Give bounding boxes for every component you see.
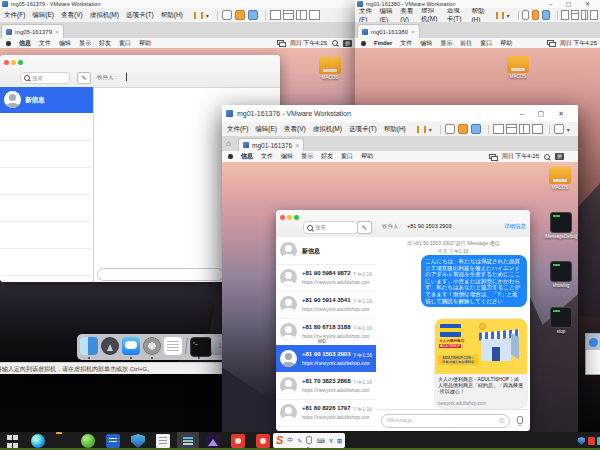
show-thumbnail-bar-button[interactable] <box>571 10 579 20</box>
conversation-row[interactable]: +81 90 5914 3541 下午1:16 https://newyork.… <box>276 291 376 319</box>
mac-menu-view[interactable]: 显示 <box>79 39 91 48</box>
window-titlebar[interactable]: mg05-161379 - VMware Workstation <box>0 0 356 8</box>
vmware-taskbar-icon[interactable] <box>181 434 195 448</box>
desktop-icon-showlog[interactable]: showlog <box>542 261 578 288</box>
search-input[interactable]: 搜索 <box>20 72 70 84</box>
mac-menu-file[interactable]: 文件 <box>400 39 412 48</box>
send-cad-button[interactable] <box>445 124 455 134</box>
pause-vm-button[interactable] <box>194 12 203 19</box>
photos-taskbar-icon[interactable] <box>206 434 220 448</box>
menu-edit[interactable]: 编辑(E) <box>32 11 54 20</box>
mirroring-icon[interactable] <box>277 40 285 46</box>
message-input[interactable] <box>97 268 224 281</box>
power-dropdown-caret[interactable]: ▾ <box>206 12 209 19</box>
mac-menu-buddies[interactable]: 好友 <box>321 152 333 161</box>
tab-close-icon[interactable]: × <box>55 29 59 35</box>
ime-pen-icon[interactable]: ✎ <box>297 437 302 444</box>
minimize-traffic-light[interactable] <box>11 60 16 65</box>
spotlight-icon[interactable] <box>544 154 550 160</box>
snapshot-button[interactable] <box>235 10 245 20</box>
menubar-clock[interactable]: 周日 下午4:25 <box>560 39 597 48</box>
mirroring-icon[interactable] <box>547 40 555 46</box>
window-controls[interactable]: – ▢ ✕ <box>520 105 570 122</box>
show-library-button[interactable] <box>561 10 569 20</box>
manage-snapshots-button[interactable] <box>542 10 549 20</box>
notepad-taskbar-icon[interactable] <box>156 434 170 448</box>
menu-view[interactable]: 查看(V) <box>400 8 414 23</box>
system-preferences-dock-icon[interactable] <box>143 337 161 355</box>
compose-button[interactable]: ✎ <box>77 72 91 84</box>
menu-edit[interactable]: 编辑(E) <box>255 125 277 134</box>
view-dropdown-caret[interactable]: ▾ <box>567 126 570 133</box>
console-view-button[interactable] <box>519 124 530 134</box>
mac-menu-file[interactable]: 文件 <box>261 152 273 161</box>
tray-red-icon[interactable] <box>588 437 595 445</box>
fullscreen-button[interactable] <box>309 10 320 20</box>
power-dropdown-caret[interactable]: ▾ <box>429 126 432 133</box>
terminal-dock-icon[interactable]: ›_ <box>190 337 212 357</box>
spotlight-icon[interactable] <box>332 40 338 46</box>
menu-vm[interactable]: 虚拟机(M) <box>90 11 119 20</box>
menu-tabs[interactable]: 选项卡(T) <box>126 11 154 20</box>
menu-vm[interactable]: 虚拟机(M) <box>421 8 440 23</box>
menu-help[interactable]: 帮助(H) <box>384 125 406 134</box>
search-input[interactable]: 搜索 <box>303 221 358 234</box>
compose-button[interactable]: ✎ <box>357 221 372 234</box>
sogou-ime-bar[interactable]: S 中 ✎ ⌨ Y ⊞ <box>273 433 345 448</box>
ime-toolbox-y[interactable]: Y <box>329 438 333 444</box>
apple-menu-icon[interactable] <box>361 41 366 46</box>
apple-menu-icon[interactable] <box>6 41 11 46</box>
console-view-button[interactable] <box>296 10 307 20</box>
show-library-button[interactable] <box>270 10 281 20</box>
minimize-traffic-light[interactable] <box>287 215 292 220</box>
zoom-traffic-light[interactable] <box>294 215 299 220</box>
mac-menu-go[interactable]: 前往 <box>460 39 472 48</box>
mac-menu-help[interactable]: 帮助 <box>361 152 373 161</box>
mac-menu-edit[interactable]: 编辑 <box>59 39 71 48</box>
home-tab-icon[interactable]: ⌂ <box>226 139 231 148</box>
vmware-menubar[interactable]: 文件(F) 编辑(E) 查看(V) 虚拟机(M) 选项卡(T) 帮助(H) ▾ <box>0 8 356 23</box>
conversation-row[interactable]: +81 70 3823 2868 下午1:16 https://newyork.… <box>276 372 376 400</box>
conversation-row[interactable]: 新信息 <box>0 87 93 113</box>
menu-view[interactable]: 查看(V) <box>61 11 83 20</box>
menu-tabs[interactable]: 选项卡(T) <box>447 8 465 23</box>
message-input[interactable]: iMessage ☺ <box>381 414 510 428</box>
zoom-traffic-light[interactable] <box>18 60 23 65</box>
details-button[interactable]: 详细信息 <box>504 223 526 230</box>
vmware-tabbar[interactable]: ⌂ mg01-161376 × <box>222 136 578 152</box>
messages-window[interactable]: 搜索 ✎ 收件人： +81 90 1503 2903 详细信息 新信息 +81 … <box>276 210 530 431</box>
vmware-menubar[interactable]: 文件(F) 编辑(E) 查看(V) 虚拟机(M) 选项卡(T) 帮助(H) ▾ <box>355 8 600 23</box>
mac-menu-window[interactable]: 窗口 <box>341 152 353 161</box>
console-view-button[interactable] <box>581 10 589 20</box>
textedit-dock-icon[interactable] <box>164 337 182 355</box>
ime-grid-icon[interactable]: ⊞ <box>337 437 342 444</box>
manage-snapshots-button[interactable] <box>471 124 481 134</box>
vm-tab-active[interactable]: mg05-161379 × <box>1 24 64 38</box>
dictation-mic-icon[interactable] <box>517 416 523 424</box>
mac-menu-help[interactable]: 帮助 <box>139 39 151 48</box>
window-controls[interactable]: – ▢ ✕ <box>549 0 596 8</box>
menu-help[interactable]: 帮助(H) <box>471 8 485 23</box>
close-traffic-light[interactable] <box>4 60 9 65</box>
menubar-clock[interactable]: 周日 下午4:25 <box>502 152 539 161</box>
browser-green-taskbar-icon[interactable] <box>81 434 95 448</box>
input-method-icon[interactable]: 拼 <box>343 40 352 47</box>
snapshot-button[interactable] <box>532 10 539 20</box>
fullscreen-button[interactable] <box>590 10 598 20</box>
mac-menu-app[interactable]: 信息 <box>241 152 253 161</box>
vm-tab-active[interactable]: mg01-161380 × <box>357 24 420 38</box>
mirroring-icon[interactable] <box>489 154 497 160</box>
ime-mic-icon[interactable] <box>306 436 312 445</box>
vmware-tabbar[interactable]: mg01-161380 × <box>355 22 600 39</box>
finder-dock-icon[interactable] <box>80 337 98 355</box>
desktop-icon-macos[interactable]: MACOS <box>314 57 346 80</box>
conversation-row-selected[interactable]: +81 90 1503 2903 下午1:16 https://newyork.… <box>276 345 376 372</box>
menu-vm[interactable]: 虚拟机(M) <box>313 125 342 134</box>
manage-snapshots-button[interactable] <box>248 10 258 20</box>
mac-menu-app[interactable]: Finder <box>374 40 392 46</box>
ime-mode-chinese[interactable]: 中 <box>287 436 293 445</box>
send-cad-button[interactable] <box>222 10 232 20</box>
apple-menu-icon[interactable] <box>228 154 233 159</box>
mac-menu-buddies[interactable]: 好友 <box>99 39 111 48</box>
fullscreen-button[interactable] <box>532 124 543 134</box>
